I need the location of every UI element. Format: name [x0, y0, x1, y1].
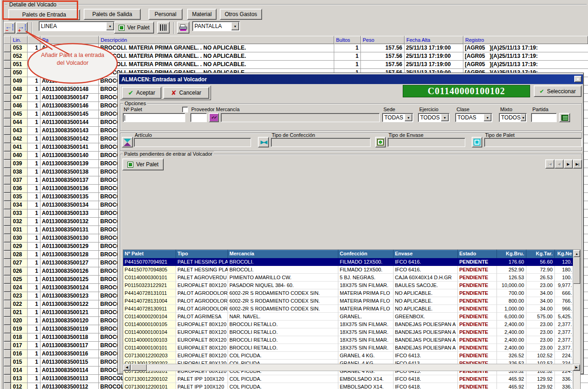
scroll-left-icon[interactable]: ◀ — [123, 364, 131, 371]
row-selector-button[interactable] — [4, 325, 11, 333]
clase-combobox[interactable]: TODAS ▼ — [455, 113, 492, 122]
chevron-down-icon[interactable]: ▼ — [405, 114, 412, 121]
scrollbar-thumb[interactable] — [573, 257, 580, 284]
row-selector-button[interactable] — [4, 350, 11, 358]
row-selector-button[interactable] — [4, 127, 11, 135]
ver-palet-dialog-button[interactable]: Ver Palet — [122, 158, 164, 170]
cancelar-button[interactable]: ✘ Cancelar — [163, 87, 209, 99]
row-selector-button[interactable] — [4, 366, 11, 375]
pending-table-row[interactable]: C01140000100103 EUROPALET 80X120 BROCOLI… — [123, 336, 574, 344]
row-selector-button[interactable] — [4, 309, 11, 317]
mixto-combobox[interactable]: TODOS ▼ — [499, 113, 527, 122]
chevron-down-icon[interactable]: ▼ — [231, 22, 239, 30]
row-selector-button[interactable] — [4, 69, 11, 77]
partida-input[interactable] — [531, 113, 557, 122]
pending-column-header[interactable]: Tipo — [176, 250, 228, 258]
row-selector-button[interactable] — [4, 358, 11, 366]
envase-lookup-button[interactable] — [375, 137, 386, 147]
pending-table-row[interactable]: C07130012200102 PALET IPP 100X120 COL PI… — [123, 375, 574, 383]
pending-column-header[interactable]: Nº Palet — [123, 250, 176, 258]
partida-lookup-button[interactable] — [559, 113, 570, 122]
pending-table-row[interactable]: C01140000100101 EUROPALET 80X120 BROCOLI… — [123, 344, 574, 352]
row-selector-button[interactable] — [4, 94, 11, 102]
horizontal-scrollbar[interactable]: ◀ ▶ — [123, 364, 581, 371]
chevron-down-icon[interactable]: ▼ — [106, 22, 114, 30]
row-selector-button[interactable] — [4, 102, 11, 110]
column-header-peso[interactable]: Peso — [361, 36, 405, 44]
row-selector-button[interactable] — [4, 193, 11, 201]
table-row[interactable]: 051 1 A01130083500151 BROCOLI. MATERIA P… — [4, 61, 588, 69]
row-selector-button[interactable] — [4, 185, 11, 193]
no-palet-input[interactable] — [123, 113, 185, 122]
add-palet-button[interactable]: → + — [16, 22, 28, 34]
scrollbar-thumb[interactable] — [131, 364, 147, 371]
nav-next-button[interactable]: ▶ — [564, 159, 573, 169]
dialog-titlebar[interactable]: ALMACEN: Entradas al Volcador × — [119, 74, 583, 84]
tab[interactable]: Palets de Entrada — [8, 9, 80, 20]
sede-combobox[interactable]: TODAS ▼ — [382, 113, 413, 122]
row-selector-button[interactable] — [4, 218, 11, 226]
row-selector-button[interactable] — [4, 176, 11, 185]
table-row[interactable]: 052 1 A01130083500152 BROCOLI. MATERIA P… — [4, 52, 588, 61]
pending-table-row[interactable]: P44150707094921 PALET HESSING PLA BROCOL… — [123, 258, 574, 266]
palet-lookup-button[interactable] — [472, 137, 482, 147]
column-header-bultos[interactable]: Bultos — [334, 36, 361, 44]
linea-combobox[interactable]: LINEA ▼ — [39, 21, 115, 31]
articulo-field[interactable] — [134, 138, 251, 147]
pending-table-row[interactable]: P44140728131004 PALOT AGRODOLOR 6002-2R … — [123, 297, 574, 305]
tab[interactable]: Material — [187, 9, 217, 20]
print-button[interactable] — [177, 22, 189, 34]
pending-column-header[interactable]: Estado — [458, 250, 497, 258]
row-selector-button[interactable] — [4, 342, 11, 350]
nav-first-button[interactable]: |◀ — [545, 159, 554, 169]
row-selector-button[interactable] — [4, 251, 11, 259]
pending-column-header[interactable]: Confección — [338, 250, 394, 258]
row-selector-button[interactable] — [4, 61, 11, 69]
row-selector-button[interactable] — [4, 226, 11, 234]
pending-table-row[interactable]: C07130012200101 PALET IPP 100X120 COL PI… — [123, 383, 574, 389]
chevron-down-icon[interactable]: ▼ — [520, 114, 526, 121]
row-selector-button[interactable] — [4, 118, 11, 127]
nav-last-button[interactable]: ▶| — [573, 159, 582, 169]
row-selector-button[interactable] — [4, 201, 11, 209]
row-selector-button[interactable] — [4, 300, 11, 309]
pending-table-row[interactable]: P44150707094805 PALET HESSING PLA BROCOL… — [123, 266, 574, 274]
proveedor-lookup-button[interactable]: ✔✔ — [209, 113, 219, 122]
tab[interactable]: Otros Gastos — [220, 9, 262, 20]
column-header-lin[interactable]: Lin. — [11, 36, 28, 44]
tab[interactable]: Palets de Salida — [84, 9, 141, 20]
row-selector-button[interactable] — [4, 242, 11, 251]
proveedor-checkbox[interactable] — [182, 107, 188, 113]
row-selector-button[interactable] — [4, 234, 11, 242]
remove-palet-button[interactable]: ← − — [4, 22, 15, 34]
pending-table-row[interactable]: C01140000300101 PALET AGROVERDU PIMIENTO… — [123, 274, 574, 282]
row-selector-button[interactable] — [4, 44, 11, 52]
close-button[interactable]: × — [574, 76, 582, 82]
pending-table-row[interactable]: P44140728130911 PALOT AGRODOLOR 6002-2R … — [123, 305, 574, 313]
pending-column-header[interactable]: Envase — [394, 250, 458, 258]
seleccionar-button[interactable]: ✔ Seleccionar — [534, 85, 582, 97]
nav-prev-button[interactable]: ◀ — [554, 159, 564, 169]
row-selector-button[interactable] — [4, 317, 11, 325]
pending-table-row[interactable]: P44140728131011 PALOT AGRODOLOR 6002-2R … — [123, 289, 574, 297]
articulo-lookup-button[interactable] — [122, 137, 133, 147]
tipo-palet-field[interactable] — [484, 138, 582, 147]
proveedor-code-input[interactable] — [190, 113, 207, 122]
pending-table-row[interactable]: C01140000100105 EUROPALET 80X120 BROCOLI… — [123, 321, 574, 328]
row-selector-button[interactable] — [4, 160, 11, 168]
pending-table-row[interactable]: C01140000200104 PALOT AGRIMESA NAR. NAVE… — [123, 313, 574, 321]
column-header-descripcion[interactable]: Descripción — [99, 36, 334, 44]
ejercicio-combobox[interactable]: TODOS ▼ — [418, 113, 450, 122]
pending-column-header[interactable]: Mercancía — [228, 250, 338, 258]
row-selector-button[interactable] — [4, 267, 11, 276]
pending-table-row[interactable]: C01140000100104 EUROPALET 80X120 BROCOLI… — [123, 328, 574, 336]
envase-field[interactable] — [388, 138, 465, 147]
row-selector-button[interactable] — [4, 375, 11, 383]
row-selector-button[interactable] — [4, 383, 11, 389]
pantalla-combobox[interactable]: PANTALLA ▼ — [192, 21, 240, 31]
pending-column-header[interactable]: Kg.Ne — [555, 250, 574, 258]
row-selector-button[interactable] — [4, 152, 11, 160]
tab[interactable]: Personal — [148, 9, 183, 20]
aceptar-button[interactable]: ✔ Aceptar — [122, 87, 161, 99]
row-selector-button[interactable] — [4, 52, 11, 61]
